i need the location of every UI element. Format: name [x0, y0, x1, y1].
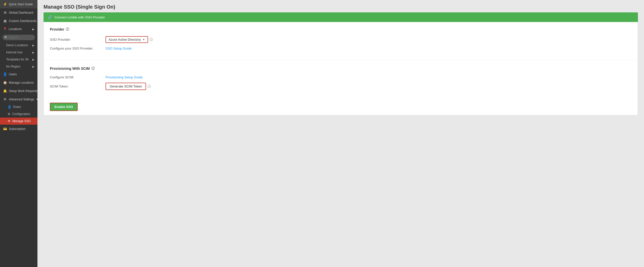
work-requests-icon: 🔔	[3, 89, 7, 93]
configure-sso-value: SSO Setup Guide	[106, 47, 632, 50]
manage-locations-icon: 🏠	[3, 81, 7, 84]
chevron-icon: ▶	[32, 58, 34, 61]
sidebar-item-setup-work-requests[interactable]: 🔔 Setup Work Requests	[0, 87, 37, 95]
sidebar-item-label: Quick Start Guide	[9, 3, 33, 6]
manage-sso-icon: 👁	[8, 119, 11, 123]
sidebar-item-label: Global Dashboard	[9, 11, 33, 14]
configure-sso-label: Configure your SSO Provider:	[50, 47, 106, 50]
sidebar-item-label: Advanced Settings	[9, 98, 34, 101]
chevron-icon: ▶	[32, 28, 34, 31]
scim-token-wrap: Generate SCIM Token ⓘ	[106, 83, 151, 90]
content-area: 🔗 Connect Limble with SSO Provider Provi…	[37, 12, 644, 267]
sidebar: ⚡ Quick Start Guide ⊞ Global Dashboard ▦…	[0, 0, 37, 267]
sidebar-item-global-dashboard[interactable]: ⊞ Global Dashboard	[0, 8, 37, 17]
sso-provider-dropdown[interactable]: Azure Active Directory ▼	[106, 36, 148, 43]
scim-section-title: Provisioning With SCIM ⓘ	[50, 66, 632, 71]
scim-help-icon[interactable]: ⓘ	[91, 66, 95, 71]
chevron-icon: ▶	[32, 51, 34, 54]
scim-token-row: SCIM Token: Generate SCIM Token ⓘ	[50, 83, 632, 90]
sidebar-item-subscription[interactable]: 💳 Subscription	[0, 125, 37, 133]
sidebar-item-users[interactable]: 👤 Users	[0, 70, 37, 78]
scim-section: Provisioning With SCIM ⓘ Configure SCIM:…	[44, 61, 638, 99]
sidebar-subitem-label: Configuration	[12, 112, 30, 116]
generate-scim-token-button[interactable]: Generate SCIM Token	[106, 83, 146, 90]
main-content: Manage SSO (Single Sign On) 🔗 Connect Li…	[37, 0, 644, 267]
sidebar-item-configuration[interactable]: ⚙ Configuration	[0, 110, 37, 118]
sso-dropdown-wrap: Azure Active Directory ▼ ⓘ	[106, 36, 153, 43]
dropdown-caret-icon: ▼	[142, 38, 145, 41]
card-footer: Enable SSO	[44, 99, 638, 115]
chevron-icon: ▶	[32, 44, 34, 47]
sidebar-subitem-label: Internal Use	[6, 51, 23, 54]
sidebar-item-label: Custom Dashboards	[9, 19, 36, 23]
scim-token-value: Generate SCIM Token ⓘ	[106, 83, 632, 90]
connect-icon: 🔗	[48, 15, 52, 19]
sidebar-item-label: Manage Locations	[9, 81, 34, 84]
sso-provider-selected: Azure Active Directory	[109, 38, 141, 41]
provider-help-icon[interactable]: ⓘ	[66, 27, 69, 32]
sso-provider-row: SSO Provider: Azure Active Directory ▼ ⓘ	[50, 36, 632, 43]
sso-setup-guide-link[interactable]: SSO Setup Guide	[106, 47, 132, 50]
provisioning-setup-guide-link[interactable]: Provisioning Setup Guide	[106, 75, 143, 79]
sidebar-item-manage-sso[interactable]: 👁 Manage SSO	[0, 118, 37, 125]
sso-provider-value: Azure Active Directory ▼ ⓘ	[106, 36, 632, 43]
provider-section: Provider ⓘ SSO Provider: Azure Active Di…	[44, 22, 638, 59]
sidebar-subitem-label: Manage SSO	[12, 119, 31, 123]
users-icon: 👤	[3, 72, 7, 76]
sidebar-item-custom-dashboards[interactable]: ▦ Custom Dashboards	[0, 17, 37, 25]
section-divider	[44, 60, 638, 60]
sidebar-item-label: Locations	[9, 27, 22, 31]
scim-token-help-icon[interactable]: ⓘ	[148, 84, 151, 89]
sso-card: Provider ⓘ SSO Provider: Azure Active Di…	[44, 22, 638, 115]
sidebar-item-label: Setup Work Requests	[9, 89, 37, 93]
global-dashboard-icon: ⊞	[3, 11, 7, 14]
enable-sso-button[interactable]: Enable SSO	[50, 103, 78, 111]
sso-provider-label: SSO Provider:	[50, 38, 106, 41]
sidebar-item-quick-start[interactable]: ⚡ Quick Start Guide	[0, 0, 37, 8]
sidebar-item-no-region[interactable]: No Region ▶	[0, 63, 37, 70]
page-header: Manage SSO (Single Sign On)	[37, 0, 644, 12]
advanced-settings-icon: ⚙	[3, 97, 7, 101]
sidebar-subitem-label: Demo Locations	[6, 43, 28, 47]
sidebar-item-internal-use[interactable]: Internal Use ▶	[0, 49, 37, 56]
connect-banner: 🔗 Connect Limble with SSO Provider	[44, 12, 638, 22]
configure-scim-value: Provisioning Setup Guide	[106, 75, 632, 79]
sidebar-subitem-label: No Region	[6, 65, 20, 68]
sidebar-item-label: Subscription	[9, 127, 26, 131]
configure-scim-label: Configure SCIM:	[50, 75, 106, 79]
scim-token-label: SCIM Token:	[50, 84, 106, 88]
search-icon: 🔍	[4, 36, 8, 39]
connect-banner-text: Connect Limble with SSO Provider	[54, 15, 105, 19]
provider-section-title: Provider ⓘ	[50, 27, 632, 32]
sidebar-item-templates[interactable]: Templates for 36 ▶	[0, 56, 37, 63]
quick-start-icon: ⚡	[3, 2, 7, 6]
sidebar-item-advanced-settings[interactable]: ⚙ Advanced Settings ▼	[0, 95, 37, 103]
sidebar-search-container: 🔍	[0, 33, 37, 42]
custom-dashboards-icon: ▦	[3, 19, 7, 23]
configure-sso-row: Configure your SSO Provider: SSO Setup G…	[50, 47, 632, 50]
chevron-icon: ▶	[32, 65, 34, 68]
sidebar-item-demo-locations[interactable]: Demo Locations ▶	[0, 42, 37, 49]
configuration-icon: ⚙	[8, 112, 10, 116]
roles-icon: 👤	[8, 105, 11, 109]
configure-scim-row: Configure SCIM: Provisioning Setup Guide	[50, 75, 632, 79]
page-title: Manage SSO (Single Sign On)	[44, 4, 638, 10]
sidebar-item-roles[interactable]: 👤 Roles	[0, 103, 37, 110]
sso-provider-help-icon[interactable]: ⓘ	[150, 37, 153, 42]
sidebar-subitem-label: Roles	[13, 105, 21, 109]
locations-icon: 📍	[3, 27, 7, 31]
sidebar-item-locations[interactable]: 📍 Locations ▶	[0, 25, 37, 33]
sidebar-item-manage-locations[interactable]: 🏠 Manage Locations	[0, 78, 37, 87]
subscription-icon: 💳	[3, 127, 7, 131]
sidebar-subitem-label: Templates for 36	[6, 58, 29, 61]
sidebar-item-label: Users	[9, 73, 17, 76]
